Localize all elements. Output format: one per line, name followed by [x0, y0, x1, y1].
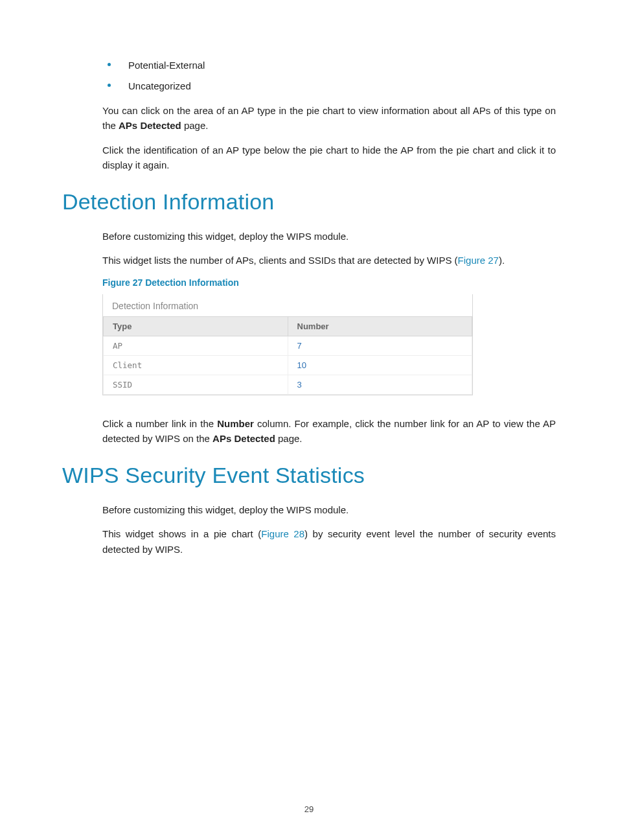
text-span: This widget lists the number of APs, cli… [102, 255, 458, 266]
pie-click-info: You can click on the area of an AP type … [102, 103, 556, 134]
heading-detection-information: Detection Information [62, 189, 556, 215]
ap-type-bullets: Potential-External Uncategorized [102, 58, 556, 93]
section2-p2: This widget shows in a pie chart (Figure… [102, 526, 556, 557]
cell-number-client[interactable]: 10 [288, 355, 472, 375]
aps-detected-bold-2: APs Detected [212, 433, 275, 444]
section1-p1: Before customizing this widget, deploy t… [102, 229, 556, 244]
top-indent-block: Potential-External Uncategorized You can… [102, 58, 556, 172]
cell-type-ssid: SSID [104, 375, 288, 394]
pie-hide-info: Click the identification of an AP type b… [102, 143, 556, 173]
th-number: Number [288, 316, 472, 336]
number-column-info: Click a number link in the Number column… [102, 416, 556, 447]
section1-p2: This widget lists the number of APs, cli… [102, 253, 556, 268]
text-span: Click a number link in the [102, 418, 217, 429]
cell-number-ssid[interactable]: 3 [288, 375, 472, 394]
aps-detected-bold: APs Detected [119, 120, 181, 131]
text-span: page. [275, 433, 303, 444]
section2-body: Before customizing this widget, deploy t… [102, 502, 556, 557]
text-span: page. [181, 120, 209, 131]
cell-type-ap: AP [104, 336, 288, 355]
detection-info-widget: Detection Information Type Number AP 7 C… [102, 294, 473, 395]
cell-number-ap[interactable]: 7 [288, 336, 472, 355]
cell-type-client: Client [104, 355, 288, 375]
table-row: AP 7 [104, 336, 472, 355]
figure-28-link[interactable]: Figure 28 [261, 528, 304, 539]
heading-wips-security: WIPS Security Event Statistics [62, 463, 556, 488]
table-header-row: Type Number [104, 316, 472, 336]
table-row: Client 10 [104, 355, 472, 375]
page-number: 29 [0, 804, 618, 814]
bullet-potential-external: Potential-External [102, 58, 556, 72]
figure-27-caption: Figure 27 Detection Information [102, 277, 556, 288]
table-row: SSID 3 [104, 375, 472, 394]
text-span: This widget shows in a pie chart ( [102, 528, 261, 539]
number-bold: Number [217, 418, 254, 429]
detection-table: Type Number AP 7 Client 10 SSID 3 [103, 316, 472, 395]
bullet-uncategorized: Uncategorized [102, 79, 556, 93]
page-content: Potential-External Uncategorized You can… [0, 0, 618, 605]
widget-title: Detection Information [103, 294, 472, 316]
figure-27-link[interactable]: Figure 27 [458, 255, 499, 266]
th-type: Type [104, 316, 288, 336]
section1-body: Before customizing this widget, deploy t… [102, 229, 556, 446]
section2-p1: Before customizing this widget, deploy t… [102, 502, 556, 517]
text-span: ). [499, 255, 505, 266]
